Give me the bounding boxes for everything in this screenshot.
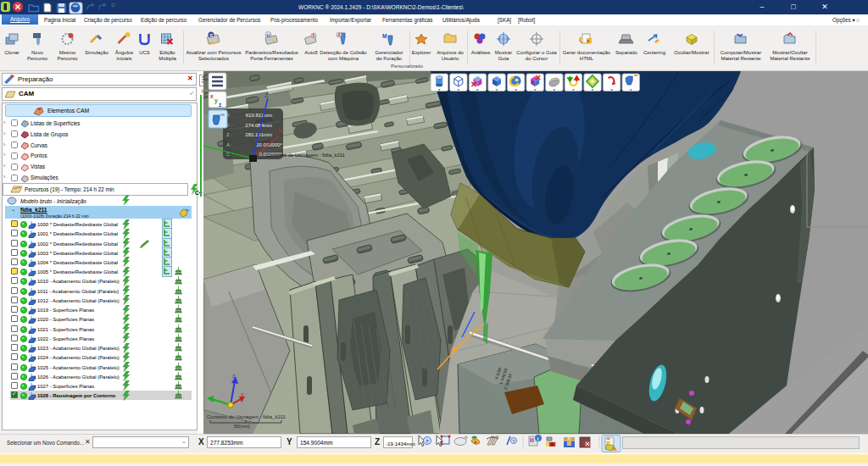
svg-text:274.084mm: 274.084mm <box>245 123 272 128</box>
svg-text:y: y <box>214 97 218 104</box>
svg-text:u: u <box>147 33 150 38</box>
svg-text:Contexto de Usinagem : fidia_k: Contexto de Usinagem : fidia_k211 <box>266 153 346 158</box>
svg-text:X: X <box>241 392 244 397</box>
svg-text:M: M <box>382 33 387 39</box>
svg-text:X: X <box>278 128 282 134</box>
svg-text:S: S <box>210 33 214 38</box>
svg-text:50(mm): 50(mm) <box>234 424 250 429</box>
svg-text:Z: Z <box>264 92 269 98</box>
svg-text:20.000000°: 20.000000° <box>256 142 282 147</box>
svg-text:?: ? <box>426 439 429 444</box>
svg-text:5: 5 <box>313 33 315 38</box>
svg-text:?: ? <box>513 439 515 444</box>
svg-text:H: H <box>267 33 270 38</box>
svg-text:x: x <box>210 93 214 99</box>
svg-text:Z: Z <box>232 374 236 379</box>
svg-text:Contexto de Usinagem : fidia_k: Contexto de Usinagem : fidia_k211 <box>207 414 287 419</box>
svg-text:Z :: Z : <box>226 132 232 137</box>
svg-text:610.811mm: 610.811mm <box>246 113 272 118</box>
svg-text:A :: A : <box>226 142 232 147</box>
